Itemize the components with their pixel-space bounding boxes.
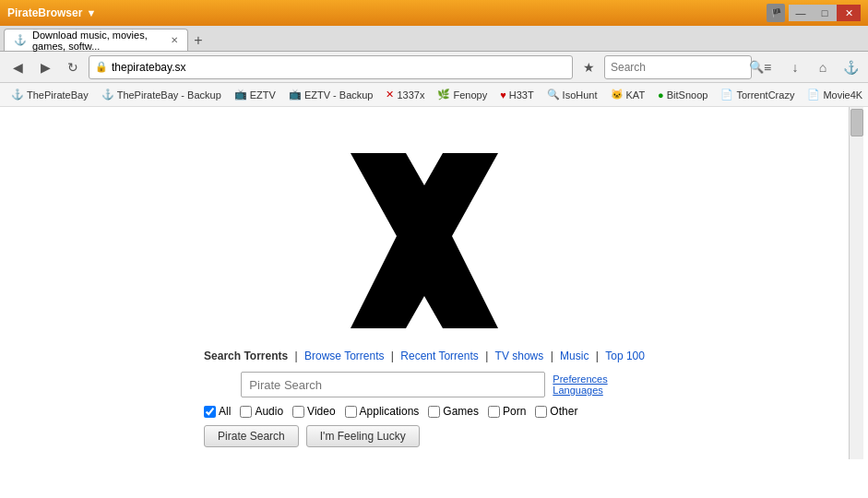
cb-all-label[interactable]: All bbox=[204, 405, 231, 418]
recent-torrents-link[interactable]: Recent Torrents bbox=[400, 350, 479, 362]
pirate-search-input[interactable] bbox=[241, 372, 545, 397]
forward-button[interactable]: ▶ bbox=[33, 55, 57, 79]
bookmark-h33t[interactable]: ♥ H33T bbox=[494, 88, 539, 102]
cb-porn-text: Porn bbox=[503, 405, 526, 418]
tpb-backup-icon: ⚓ bbox=[101, 89, 114, 101]
sep5: | bbox=[596, 350, 601, 362]
bookmark-eztv[interactable]: 📺 EZTV bbox=[229, 87, 281, 102]
h33t-label: H33T bbox=[509, 89, 534, 101]
1337x-icon: ✕ bbox=[386, 89, 394, 101]
tab-close-icon[interactable]: ✕ bbox=[171, 35, 178, 45]
refresh-button[interactable]: ↻ bbox=[61, 55, 85, 79]
eztv-backup-label: EZTV - Backup bbox=[304, 89, 374, 101]
eztv-backup-icon: 📺 bbox=[289, 89, 302, 101]
movie4k-label: Movie4K bbox=[823, 89, 862, 101]
cb-audio[interactable] bbox=[240, 406, 252, 418]
feeling-lucky-button[interactable]: I'm Feeling Lucky bbox=[306, 425, 420, 447]
home-button[interactable]: ⌂ bbox=[811, 55, 835, 79]
nav-bar: ◀ ▶ ↻ 🔒 ★ 🔍 ≡ ↓ ⌂ ⚓ bbox=[0, 52, 868, 83]
search-input[interactable] bbox=[611, 61, 749, 74]
maximize-button[interactable]: □ bbox=[813, 5, 837, 21]
sep2: | bbox=[391, 350, 397, 362]
titlebar-dropdown[interactable]: ▼ bbox=[86, 7, 96, 18]
cb-video-text: Video bbox=[307, 405, 335, 418]
menu-button[interactable]: ≡ bbox=[755, 55, 779, 79]
scrollbar-thumb[interactable] bbox=[850, 109, 863, 136]
fenopy-icon: 🌿 bbox=[437, 89, 450, 101]
bookmark-eztv-backup[interactable]: 📺 EZTV - Backup bbox=[283, 87, 379, 102]
cb-video[interactable] bbox=[292, 406, 304, 418]
movie4k-icon: 📄 bbox=[807, 89, 820, 101]
prefs-box[interactable]: Preferences Languages bbox=[553, 374, 607, 396]
torrentcrazy-icon: 📄 bbox=[720, 89, 733, 101]
cb-porn-label[interactable]: Porn bbox=[488, 405, 526, 418]
minimize-button[interactable]: — bbox=[789, 5, 813, 21]
bookmark-tpb-backup[interactable]: ⚓ ThePirateBay - Backup bbox=[96, 87, 227, 102]
cb-all-text: All bbox=[219, 405, 231, 418]
cb-games-label[interactable]: Games bbox=[428, 405, 479, 418]
cb-other-text: Other bbox=[550, 405, 577, 418]
bookmark-tpb[interactable]: ⚓ ThePirateBay bbox=[6, 87, 94, 102]
bookmark-isohunt[interactable]: 🔍 IsoHunt bbox=[541, 87, 603, 102]
cb-other-label[interactable]: Other bbox=[535, 405, 577, 418]
download-button[interactable]: ↓ bbox=[783, 55, 807, 79]
cb-other[interactable] bbox=[535, 406, 547, 418]
bookmark-fenopy[interactable]: 🌿 Fenopy bbox=[432, 87, 493, 102]
isohunt-icon: 🔍 bbox=[547, 89, 560, 101]
isohunt-label: IsoHunt bbox=[563, 89, 598, 101]
logo-x bbox=[351, 125, 498, 331]
bookmark-movie4k[interactable]: 📄 Movie4K bbox=[802, 87, 868, 102]
buttons-row: Pirate Search I'm Feeling Lucky bbox=[204, 425, 645, 447]
music-link[interactable]: Music bbox=[560, 350, 589, 362]
tab-bar: ⚓ Download music, movies, games, softw..… bbox=[0, 26, 868, 52]
avatar-icon: 🏴 bbox=[767, 4, 785, 22]
active-tab[interactable]: ⚓ Download music, movies, games, softw..… bbox=[4, 29, 188, 51]
sep4: | bbox=[551, 350, 556, 362]
pirate-search-button[interactable]: Pirate Search bbox=[204, 425, 299, 447]
cb-video-label[interactable]: Video bbox=[292, 405, 335, 418]
bookmark-kat[interactable]: 🐱 KAT bbox=[605, 87, 651, 102]
cb-audio-label[interactable]: Audio bbox=[240, 405, 283, 418]
h33t-icon: ♥ bbox=[500, 89, 506, 101]
cb-applications[interactable] bbox=[345, 406, 357, 418]
back-button[interactable]: ◀ bbox=[6, 55, 30, 79]
address-input[interactable] bbox=[112, 61, 566, 74]
sep3: | bbox=[485, 350, 491, 362]
cb-all[interactable] bbox=[204, 406, 216, 418]
cb-porn[interactable] bbox=[488, 406, 500, 418]
svg-marker-0 bbox=[351, 153, 498, 328]
close-button[interactable]: ✕ bbox=[837, 5, 861, 21]
bookmark-star-button[interactable]: ★ bbox=[577, 55, 600, 79]
scrollbar[interactable] bbox=[849, 107, 863, 459]
titlebar: PirateBrowser ▼ 🏴 — □ ✕ bbox=[0, 0, 868, 26]
checkboxes: All Audio Video Applications Games bbox=[204, 405, 645, 418]
tvshows-link[interactable]: TV shows bbox=[495, 350, 544, 362]
search-bar-wrap[interactable]: 🔍 bbox=[604, 55, 752, 79]
new-tab-button[interactable]: + bbox=[188, 30, 208, 51]
cb-games[interactable] bbox=[428, 406, 440, 418]
eztv-label: EZTV bbox=[250, 89, 276, 101]
browse-torrents-link[interactable]: Browse Torrents bbox=[304, 350, 384, 362]
bookmarks-bar: ⚓ ThePirateBay ⚓ ThePirateBay - Backup 📺… bbox=[0, 83, 868, 107]
kat-icon: 🐱 bbox=[611, 89, 624, 101]
sep1: | bbox=[295, 350, 301, 362]
bookmark-1337x[interactable]: ✕ 1337x bbox=[380, 87, 430, 102]
bookmark-torrentcrazy[interactable]: 📄 TorrentCrazy bbox=[715, 87, 800, 102]
kat-label: KAT bbox=[626, 89, 646, 101]
top100-link[interactable]: Top 100 bbox=[605, 350, 645, 362]
bookmark-bitsnoop[interactable]: ● BitSnoop bbox=[652, 88, 713, 102]
languages-link[interactable]: Languages bbox=[553, 385, 602, 396]
preferences-link[interactable]: Preferences bbox=[553, 374, 607, 385]
tpb-backup-label: ThePirateBay - Backup bbox=[117, 89, 221, 101]
x-logo-svg bbox=[351, 153, 498, 328]
page-content: Search Torrents | Browse Torrents | Rece… bbox=[0, 107, 849, 459]
tab-favicon: ⚓ bbox=[14, 34, 27, 46]
cb-applications-label[interactable]: Applications bbox=[345, 405, 420, 418]
address-bar-wrap[interactable]: 🔒 bbox=[89, 55, 573, 79]
cb-applications-text: Applications bbox=[360, 405, 420, 418]
browser-area: Search Torrents | Browse Torrents | Rece… bbox=[0, 107, 868, 459]
search-torrents-label: Search Torrents bbox=[204, 350, 288, 362]
address-favicon: 🔒 bbox=[95, 61, 108, 73]
cb-audio-text: Audio bbox=[255, 405, 283, 418]
extension-button[interactable]: ⚓ bbox=[838, 55, 862, 79]
